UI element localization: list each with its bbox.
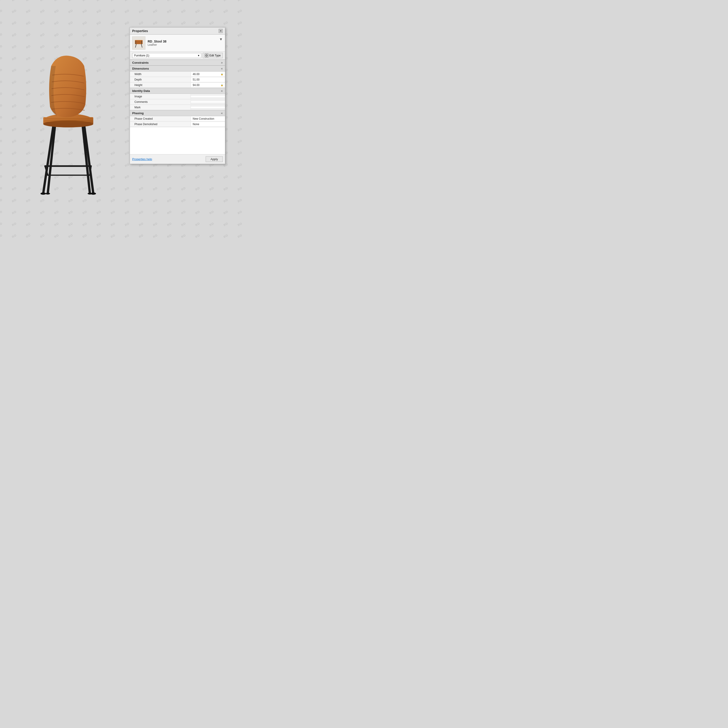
property-value[interactable]: New Construction (191, 116, 225, 121)
apply-button[interactable]: Apply (206, 156, 223, 162)
section-toggle-constraints: » (221, 61, 223, 64)
panel-title: Properties (132, 29, 148, 33)
svg-rect-28 (205, 56, 206, 57)
property-label: Phase Demolished (130, 122, 191, 127)
svg-point-16 (46, 193, 50, 194)
lock-icon: 🔒 (221, 84, 223, 86)
properties-help-link[interactable]: Properties help (132, 158, 152, 161)
edit-type-button[interactable]: Edit Type (203, 53, 223, 58)
property-value (191, 107, 225, 108)
svg-line-21 (135, 44, 136, 47)
property-label: Height (130, 83, 191, 87)
type-selector-row: Furniture (1) ▾ Edit Type (130, 52, 225, 60)
svg-point-17 (87, 193, 92, 194)
empty-space (130, 127, 225, 154)
property-label: Mark (130, 105, 191, 110)
panel-titlebar: Properties ✕ (130, 28, 225, 35)
property-label: Depth (130, 77, 191, 82)
section-header-phasing[interactable]: Phasing« (130, 110, 225, 116)
section-label-dimensions: Dimensions (132, 67, 149, 70)
section-header-identity_data[interactable]: Identity Data« (130, 88, 225, 94)
thumbnail-icon (133, 37, 144, 49)
property-value[interactable]: 94.00🔒 (191, 83, 225, 87)
property-value (191, 96, 225, 97)
type-dropdown-arrow: ▾ (198, 54, 199, 57)
type-dropdown-value: Furniture (1) (134, 54, 149, 57)
table-row: Phase CreatedNew Construction (130, 116, 225, 121)
property-value[interactable]: None (191, 122, 225, 127)
section-label-phasing: Phasing (132, 112, 144, 115)
property-value[interactable]: 51.00 (191, 77, 225, 82)
section-header-constraints[interactable]: Constraints» (130, 60, 225, 66)
section-label-constraints: Constraints (132, 61, 148, 64)
svg-line-22 (141, 44, 142, 47)
close-button[interactable]: ✕ (219, 29, 223, 33)
edit-type-label: Edit Type (209, 54, 221, 57)
sections-container: Constraints»Dimensions«Width46.00🔒Depth5… (130, 60, 225, 127)
property-label: Comments (130, 99, 191, 104)
section-label-identity_data: Identity Data (132, 89, 150, 93)
svg-rect-29 (207, 56, 208, 57)
object-header: RD_Stool 38 Leather ▼ (130, 35, 225, 52)
section-toggle-phasing: « (221, 111, 223, 115)
property-label: Phase Created (130, 116, 191, 121)
object-name: RD_Stool 38 (148, 40, 217, 43)
chair-illustration (20, 43, 116, 202)
table-row: Comments (130, 99, 225, 105)
svg-rect-27 (207, 54, 208, 55)
svg-point-14 (40, 193, 46, 195)
edit-type-icon (205, 54, 208, 57)
property-value[interactable]: 46.00🔒 (191, 72, 225, 76)
object-subtitle: Leather (148, 43, 217, 46)
chair-display-area (0, 0, 136, 246)
object-dropdown-arrow[interactable]: ▼ (219, 37, 223, 41)
table-row: Depth51.00 (130, 77, 225, 83)
property-value (191, 101, 225, 102)
table-row: Width46.00🔒 (130, 72, 225, 77)
property-label: Image (130, 94, 191, 99)
object-thumbnail (132, 37, 145, 50)
section-toggle-dimensions: « (221, 67, 223, 70)
table-row: Mark (130, 105, 225, 110)
object-info: RD_Stool 38 Leather (148, 40, 217, 46)
svg-point-10 (43, 121, 93, 127)
property-label: Width (130, 72, 191, 76)
properties-panel: Properties ✕ RD_Stool 38 Leather ▼ Furni… (130, 27, 225, 164)
table-row: Phase DemolishedNone (130, 121, 225, 127)
panel-footer: Properties help Apply (130, 154, 225, 164)
lock-icon: 🔒 (221, 73, 223, 75)
svg-rect-18 (135, 40, 143, 44)
table-row: Image (130, 94, 225, 99)
section-header-dimensions[interactable]: Dimensions« (130, 66, 225, 72)
section-toggle-identity_data: « (221, 89, 223, 93)
type-dropdown[interactable]: Furniture (1) ▾ (132, 53, 201, 58)
svg-rect-26 (205, 54, 206, 55)
table-row: Height94.00🔒 (130, 83, 225, 88)
